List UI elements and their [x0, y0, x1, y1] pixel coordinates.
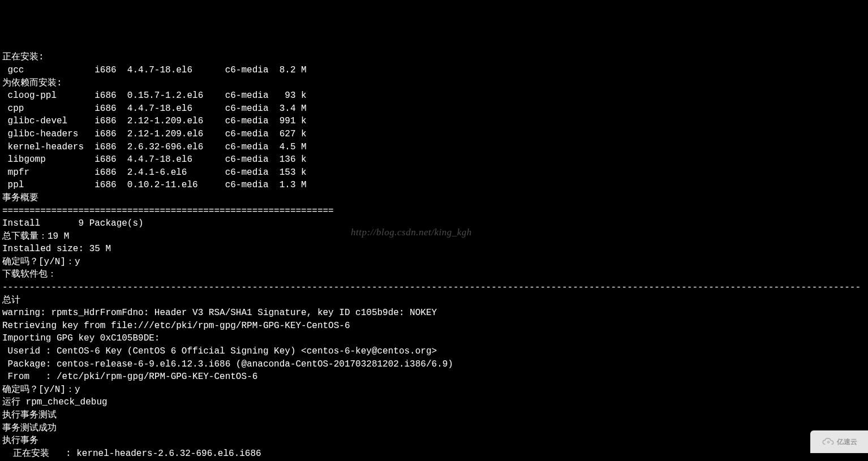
terminal-line: Retrieving key from file:///etc/pki/rpm-… — [2, 320, 868, 333]
svg-point-0 — [827, 441, 829, 443]
terminal-line: warning: rpmts_HdrFromFdno: Header V3 RS… — [2, 307, 868, 320]
terminal-line: ========================================… — [2, 205, 868, 218]
terminal-line: 执行事务 — [2, 434, 868, 447]
terminal-line: 下载软件包： — [2, 268, 868, 281]
terminal-line: glibc-headers i686 2.12-1.209.el6 c6-med… — [2, 128, 868, 141]
terminal-line: cloog-ppl i686 0.15.7-1.2.el6 c6-media 9… — [2, 89, 868, 102]
terminal-line: 总计 — [2, 294, 868, 307]
terminal-line: 确定吗？[y/N]：y — [2, 256, 868, 269]
terminal-line: gcc i686 4.4.7-18.el6 c6-media 8.2 M — [2, 64, 868, 77]
terminal-line: Package: centos-release-6-9.el6.12.3.i68… — [2, 358, 868, 371]
terminal-line: 确定吗？[y/N]：y — [2, 384, 868, 397]
terminal-line: libgomp i686 4.4.7-18.el6 c6-media 136 k — [2, 153, 868, 166]
brand-logo: 亿速云 — [810, 430, 868, 453]
terminal-output: 正在安装: gcc i686 4.4.7-18.el6 c6-media 8.2… — [2, 51, 868, 461]
watermark-text: http://blog.csdn.net/king_kgh — [351, 226, 472, 239]
terminal-line: glibc-devel i686 2.12-1.209.el6 c6-media… — [2, 115, 868, 128]
terminal-line: 事务测试成功 — [2, 422, 868, 435]
cloud-icon — [821, 437, 836, 447]
terminal-line: Importing GPG key 0xC105B9DE: — [2, 332, 868, 345]
terminal-line: 事务概要 — [2, 192, 868, 205]
terminal-line: 执行事务测试 — [2, 409, 868, 422]
terminal-line: cpp i686 4.4.7-18.el6 c6-media 3.4 M — [2, 102, 868, 115]
terminal-line: ----------------------------------------… — [2, 281, 868, 294]
terminal-line: ppl i686 0.10.2-11.el6 c6-media 1.3 M — [2, 179, 868, 192]
terminal-line: mpfr i686 2.4.1-6.el6 c6-media 153 k — [2, 166, 868, 179]
terminal-line: Installed size: 35 M — [2, 243, 868, 256]
logo-label: 亿速云 — [837, 436, 857, 449]
terminal-line: 正在安装: — [2, 51, 868, 64]
terminal-line: 为依赖而安装: — [2, 77, 868, 90]
terminal-line: kernel-headers i686 2.6.32-696.el6 c6-me… — [2, 141, 868, 154]
terminal-line: 运行 rpm_check_debug — [2, 396, 868, 409]
terminal-line: From : /etc/pki/rpm-gpg/RPM-GPG-KEY-Cent… — [2, 370, 868, 384]
terminal-line: 正在安装 : kernel-headers-2.6.32-696.el6.i68… — [2, 447, 868, 460]
terminal-line: Userid : CentOS-6 Key (CentOS 6 Official… — [2, 345, 868, 358]
